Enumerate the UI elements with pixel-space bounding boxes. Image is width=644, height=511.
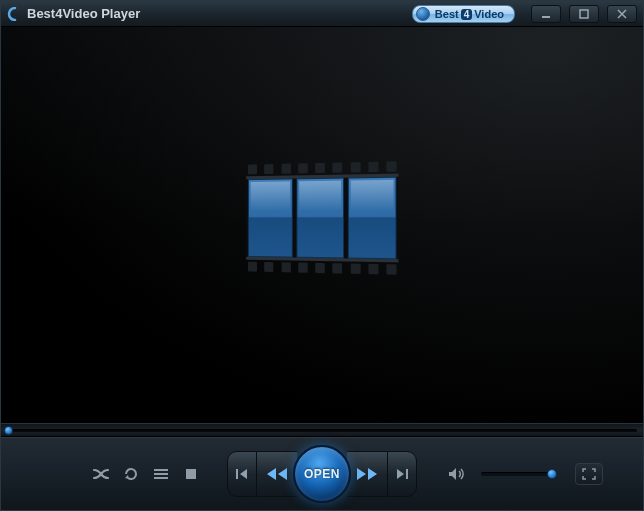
open-play-button[interactable]: OPEN: [293, 445, 351, 503]
repeat-button[interactable]: [117, 463, 145, 485]
close-button[interactable]: [607, 5, 637, 23]
volume-icon: [448, 467, 466, 481]
filmstrip-placeholder-icon: [246, 159, 398, 277]
playlist-button[interactable]: [147, 463, 175, 485]
video-viewport[interactable]: [1, 27, 643, 423]
seek-thumb[interactable]: [4, 426, 13, 435]
shuffle-button[interactable]: [87, 463, 115, 485]
playlist-icon: [154, 468, 168, 480]
titlebar: Best4Video Player Best4Video: [1, 1, 643, 27]
shuffle-icon: [92, 467, 110, 481]
brand-globe-icon: [416, 7, 430, 21]
svg-rect-3: [154, 473, 168, 475]
skip-prev-icon: [235, 467, 249, 481]
close-icon: [617, 9, 627, 19]
stop-icon: [185, 468, 197, 480]
minimize-icon: [541, 9, 551, 19]
skip-next-icon: [395, 467, 409, 481]
skip-prev-button[interactable]: [227, 451, 257, 497]
volume-button[interactable]: [443, 463, 471, 485]
app-logo-icon: [7, 7, 21, 21]
svg-rect-6: [236, 469, 238, 479]
rewind-icon: [265, 466, 289, 482]
repeat-icon: [123, 466, 139, 482]
brand-left: Best: [435, 8, 459, 20]
fullscreen-icon: [582, 468, 596, 480]
volume-thumb[interactable]: [547, 469, 557, 479]
minimize-button[interactable]: [531, 5, 561, 23]
skip-next-button[interactable]: [387, 451, 417, 497]
maximize-button[interactable]: [569, 5, 599, 23]
forward-button[interactable]: [347, 451, 387, 497]
brand-right: Video: [474, 8, 504, 20]
seek-bar[interactable]: [1, 423, 643, 437]
brand-text: Best4Video: [435, 8, 504, 20]
rewind-button[interactable]: [257, 451, 297, 497]
svg-rect-4: [154, 477, 168, 479]
stop-button[interactable]: [177, 463, 205, 485]
svg-rect-5: [186, 469, 196, 479]
app-title: Best4Video Player: [27, 6, 140, 21]
fullscreen-button[interactable]: [575, 463, 603, 485]
svg-rect-2: [154, 469, 168, 471]
maximize-icon: [579, 9, 589, 19]
svg-rect-0: [542, 16, 550, 18]
brand-badge[interactable]: Best4Video: [412, 5, 515, 23]
volume-slider[interactable]: [481, 472, 557, 476]
seek-track: [7, 429, 637, 432]
forward-icon: [355, 466, 379, 482]
svg-rect-1: [580, 10, 588, 18]
svg-rect-7: [406, 469, 408, 479]
control-bar: OPEN: [1, 437, 643, 510]
brand-num: 4: [461, 9, 473, 20]
